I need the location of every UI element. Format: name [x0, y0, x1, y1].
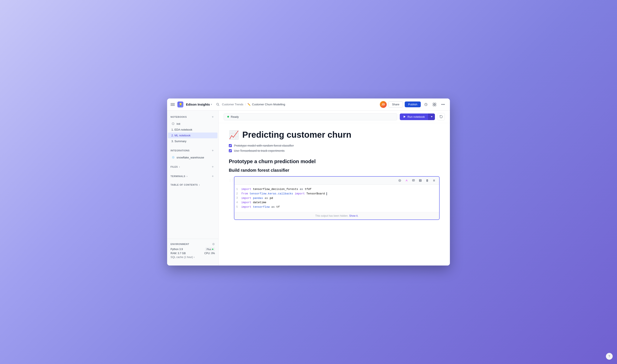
ram-label: RAM: 3.7 GB	[171, 252, 186, 255]
plus-label: Plus	[207, 248, 211, 250]
share-button[interactable]: Share	[389, 101, 403, 107]
run-notebook-main[interactable]: Run notebook	[400, 114, 428, 120]
integrations-section: INTEGRATIONS + ❄️ snowflake_warehouse	[167, 147, 218, 160]
code-cell-wrapper: ⋮⋮	[229, 176, 440, 220]
toc-expand[interactable]: TABLE OF CONTENTS ›	[171, 183, 200, 186]
main-layout: NOTEBOOKS + ⓘ Init 1. EDA notebook 2. ML…	[167, 110, 450, 265]
sidebar-item-ml[interactable]: 2. ML notebook	[168, 132, 217, 138]
app-title[interactable]: Edison Insights ▾	[186, 103, 212, 106]
sidebar-item-snowflake[interactable]: ❄️ snowflake_warehouse	[168, 154, 217, 160]
code-text-1a: tensorflow_decision_forests	[253, 188, 300, 191]
titlebar-left: 💡 Edison Insights ▾	[171, 101, 222, 108]
svg-marker-7	[404, 116, 405, 118]
sidebar-item-summary[interactable]: 3. Summary	[168, 138, 217, 144]
cell-table-icon[interactable]	[418, 178, 423, 183]
svg-rect-15	[419, 180, 421, 182]
titlebar-right: JD Share Publish •••	[380, 101, 446, 108]
notebooks-add-button[interactable]: +	[211, 115, 215, 119]
line-number-2: 2	[234, 192, 241, 196]
help-button[interactable]: ?	[606, 353, 613, 360]
subsection-heading-1: Build random forest classifier	[229, 168, 440, 173]
terminals-section: TERMINALS › +	[167, 173, 218, 179]
kw-from-2: from	[241, 192, 248, 195]
notebook-title-icon: 📈	[229, 130, 239, 140]
svg-rect-5	[433, 105, 434, 106]
grid-icon[interactable]	[431, 101, 438, 108]
hamburger-icon[interactable]	[171, 102, 175, 107]
kw-as-1: as	[300, 188, 303, 191]
kw-import-3: import	[241, 196, 251, 200]
terminals-expand[interactable]: TERMINALS ›	[171, 175, 188, 178]
code-editor[interactable]: 1 import tensorflow_decision_forests as …	[234, 184, 439, 212]
terminals-add-button[interactable]: +	[211, 174, 215, 178]
sidebar-item-eda[interactable]: 1. EDA notebook	[168, 127, 217, 132]
code-line-1: 1 import tensorflow_decision_forests as …	[234, 187, 439, 192]
content-area: Ready Run notebook	[218, 110, 450, 265]
breadcrumb-parent[interactable]: Customer Trends	[222, 103, 243, 106]
sidebar: NOTEBOOKS + ⓘ Init 1. EDA notebook 2. ML…	[167, 110, 218, 265]
files-add-button[interactable]: +	[211, 165, 215, 169]
files-section-row: FILES › +	[167, 164, 218, 170]
text-cursor	[326, 192, 327, 195]
notebooks-section: NOTEBOOKS + ⓘ Init 1. EDA notebook 2. ML…	[167, 114, 218, 144]
sidebar-item-init[interactable]: ⓘ Init	[168, 121, 217, 127]
cell-magic-icon[interactable]	[404, 178, 409, 183]
sidebar-item-snowflake-label: snowflake_warehouse	[176, 156, 204, 159]
line-number-3: 3	[234, 196, 241, 200]
status-dot	[227, 116, 229, 117]
line-number-4: 4	[234, 201, 241, 205]
ram-cpu-row: RAM: 3.7 GB CPU: 0%	[171, 252, 215, 255]
terminals-chevron: ›	[187, 175, 188, 178]
breadcrumb-current-text[interactable]: Customer Churn Modelling	[252, 103, 285, 106]
more-options-icon[interactable]: •••	[440, 101, 446, 108]
svg-rect-4	[435, 103, 436, 104]
checklist-checkbox-1[interactable]	[229, 144, 232, 147]
code-text-3a: pd	[270, 196, 273, 200]
search-button[interactable]	[215, 101, 221, 108]
publish-button[interactable]: Publish	[405, 102, 421, 107]
code-content-3: import pandas as pd	[241, 196, 439, 201]
cell-run-icon[interactable]	[397, 178, 402, 183]
svg-rect-6	[435, 105, 436, 106]
integrations-add-button[interactable]: +	[211, 148, 215, 153]
environment-settings-icon[interactable]: ⚙	[212, 242, 215, 246]
code-line-3: 3 import pandas as pd	[234, 196, 439, 201]
files-expand[interactable]: FILES ›	[171, 166, 180, 168]
section-heading-1: Prototype a churn prediction model	[229, 158, 440, 164]
run-notebook-button[interactable]: Run notebook	[400, 114, 435, 120]
cpu-label: CPU: 0%	[204, 252, 215, 255]
sql-cache-chevron: ›	[194, 256, 195, 259]
cell-more-icon[interactable]	[431, 178, 437, 183]
user-avatar[interactable]: JD	[380, 101, 387, 108]
code-line-5: 5 import tensorflow as tf	[234, 205, 439, 209]
app-logo: 💡	[177, 102, 183, 107]
kw-import-4: import	[241, 201, 251, 204]
sidebar-item-summary-label: 3. Summary	[171, 140, 186, 143]
cell-drag-handle[interactable]: ⋮⋮	[229, 176, 232, 182]
notebook-title-text: Predicting customer churn	[242, 130, 351, 140]
code-cell[interactable]: 1 import tensorflow_decision_forests as …	[234, 176, 440, 220]
kw-import-1: import	[241, 188, 251, 191]
run-label: Run notebook	[407, 115, 425, 118]
svg-line-1	[218, 105, 219, 106]
checklist-item-1: Prototype model with random forest class…	[229, 144, 440, 147]
sql-cache-row[interactable]: SQL cache (1 hour) ›	[171, 256, 215, 259]
code-output-hidden: This output has been hidden. Show it.	[234, 212, 439, 220]
history-icon[interactable]	[422, 101, 429, 108]
cell-delete-icon[interactable]	[425, 178, 430, 183]
code-content-5: import tensorflow as tf	[241, 205, 439, 209]
checklist-checkbox-2[interactable]	[229, 149, 232, 152]
svg-point-0	[217, 103, 218, 105]
refresh-button[interactable]	[437, 113, 445, 120]
kw-import-2: import	[295, 192, 305, 195]
sidebar-item-ml-label: 2. ML notebook	[171, 134, 190, 137]
snowflake-icon: ❄️	[171, 156, 175, 159]
pencil-icon: ✏️	[247, 103, 251, 106]
run-notebook-dropdown[interactable]	[428, 114, 435, 120]
toc-section-row: TABLE OF CONTENTS ›	[167, 183, 218, 187]
show-output-link[interactable]: Show it.	[349, 214, 358, 217]
cell-comment-icon[interactable]	[411, 178, 416, 183]
kw-module-5: tensorflow	[253, 205, 271, 208]
app-title-text: Edison Insights	[186, 103, 210, 106]
code-text-5a: tf	[276, 205, 280, 208]
